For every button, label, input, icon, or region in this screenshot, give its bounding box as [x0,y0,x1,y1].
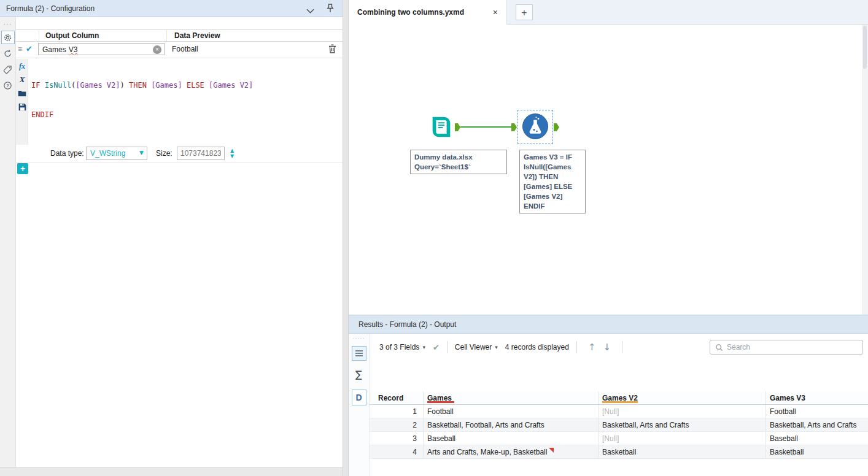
search-input[interactable] [727,343,858,351]
refresh-button[interactable] [1,47,15,60]
results-panel: Results - Formula (2) - Output ····· ∑ D… [349,315,868,476]
annotation-line: Query=`Sheet1$` [414,162,503,172]
table-cell[interactable]: Basketball, Arts and Crafts [766,418,868,431]
table-row[interactable]: 4Arts and Crafts, Make-up, BasketballBas… [370,445,868,459]
table-cell[interactable]: Basketball, Arts and Crafts [599,418,766,431]
data-type-value: V_WString [90,149,125,158]
cell-viewer-label: Cell Viewer [455,343,492,351]
input-tool-output-anchor[interactable] [455,123,460,131]
cell-value: Basketball, Arts and Crafts [602,421,689,429]
results-search[interactable] [710,340,863,355]
next-record-button[interactable]: ↓ [603,342,611,353]
configuration-side-toolbar: ··· ? [0,17,16,467]
save-icon [18,103,26,111]
grid-body: 1Football[Null]Football2Basketball, Foot… [370,405,868,459]
delete-column-button[interactable] [328,44,336,55]
data-type-select[interactable]: V_WString ▼ [86,147,147,160]
configuration-tool-button[interactable] [1,31,15,44]
search-icon [715,344,723,351]
functions-icon[interactable]: fx [16,60,28,72]
collapse-chevron-icon[interactable] [306,6,314,15]
profile-sigma-icon[interactable]: ∑ [349,369,369,380]
output-columns-header-row: Output Column Data Preview [16,29,343,42]
table-cell[interactable]: [Null] [599,405,766,418]
column-header-games[interactable]: Games [424,391,599,404]
workflow-canvas[interactable]: Dummy data.xlsxQuery=`Sheet1$` Games V3 … [349,25,868,315]
formula-output-row[interactable]: ≡ ✔ GamesV3 × Football [16,42,343,58]
open-expression-button[interactable] [16,87,28,99]
formula-tool[interactable] [522,113,549,140]
fields-summary: 3 of 3 Fields [379,343,419,351]
formula-token: [Games] [151,81,182,90]
table-row[interactable]: 1Football[Null]Football [370,405,868,418]
scrollbar-thumb[interactable] [863,26,867,69]
data-view-button[interactable]: D [352,390,366,405]
column-header-games-v3[interactable]: Games V3 [766,391,868,404]
workflow-tab[interactable]: Combining two columns.yxmd × [349,0,507,25]
refresh-icon [3,49,12,58]
output-column-name-word1: Games [42,45,66,54]
close-tab-icon[interactable]: × [493,7,498,17]
results-body: ····· ∑ D 3 of 3 Fields ▾ ✔ Cell Vie [349,334,868,476]
table-cell[interactable]: Arts and Crafts, Make-up, Basketball [424,445,599,458]
input-data-tool[interactable] [428,114,454,140]
output-column-name-input[interactable]: GamesV3 × [38,43,165,55]
new-tab-button[interactable]: + [516,4,533,20]
tag-icon [3,65,12,74]
table-cell[interactable]: Basketball [599,445,766,458]
save-expression-button[interactable] [16,101,28,113]
clear-input-icon[interactable]: × [153,45,161,54]
stepper-down-icon[interactable]: ▼ [230,153,234,159]
table-cell[interactable]: Baseball [766,432,868,445]
annotation-line: IsNull([Games [524,162,581,172]
formula-token: IsNull [45,81,71,90]
table-cell[interactable]: Football [424,405,599,418]
column-header-record[interactable]: Record [370,391,424,404]
trash-icon [328,44,336,53]
table-row[interactable]: 3Baseball[Null]Baseball [370,432,868,445]
horizontal-scrollbar[interactable] [0,467,343,476]
table-cell[interactable]: Baseball [424,432,599,445]
size-input[interactable] [177,147,225,160]
variables-icon[interactable]: X [16,74,28,86]
size-stepper[interactable]: ▲ ▼ [227,147,237,160]
formula-expression-editor[interactable]: fx X IF IsNull([Games V2]) THEN [Games] … [16,59,343,145]
annotation-tag-button[interactable] [1,63,15,76]
toolbar-grip-icon: ··· [0,20,15,28]
annotation-line: ENDIF [524,201,581,211]
column-header-games-v2[interactable]: Games V2 [599,391,766,404]
stepper-up-icon[interactable]: ▲ [230,148,234,153]
table-view-button[interactable] [352,346,366,361]
table-row[interactable]: 2Basketball, Football, Arts and CraftsBa… [370,418,868,432]
table-cell[interactable]: Basketball [766,445,868,458]
help-button[interactable]: ? [1,79,15,92]
panel-splitter[interactable] [343,0,349,476]
cell-viewer-dropdown[interactable]: Cell Viewer ▾ [455,343,498,351]
input-tool-annotation[interactable]: Dummy data.xlsxQuery=`Sheet1$` [410,150,507,174]
formula-token: ) [120,81,125,90]
formula-tool-annotation[interactable]: Games V3 = IFIsNull([GamesV2]) THEN[Game… [519,150,586,213]
annotation-line: V2]) THEN [524,172,581,182]
connection-line[interactable] [460,126,511,128]
formula-tool-output-anchor[interactable] [554,123,559,131]
table-cell[interactable]: Football [766,405,868,418]
apply-check-icon[interactable]: ✔ [433,343,440,352]
row-drag-handle-icon[interactable]: ≡ [18,45,22,53]
pin-icon[interactable] [327,4,334,15]
cell-value: Basketball, Football, Arts and Crafts [427,421,544,429]
formula-expression-text[interactable]: IF IsNull([Games V2]) THEN [Games] ELSE … [31,61,341,144]
formula-line-1: IF IsNull([Games V2]) THEN [Games] ELSE … [31,80,341,90]
svg-text:?: ? [6,83,9,88]
cell-overflow-marker [549,448,554,453]
canvas-vertical-scrollbar[interactable] [862,25,868,315]
table-cell[interactable]: Basketball, Football, Arts and Crafts [424,418,599,431]
table-cell[interactable]: [Null] [599,432,766,445]
formula-tool-input-anchor[interactable] [511,123,517,131]
formula-token: ENDIF [31,110,53,119]
gear-icon [3,33,12,42]
cell-value: Football [427,407,454,416]
input-tool-book-icon [428,114,454,140]
previous-record-button[interactable]: ↑ [588,342,596,353]
add-column-button[interactable]: + [17,163,28,174]
fields-dropdown[interactable]: 3 of 3 Fields ▾ [379,343,425,351]
